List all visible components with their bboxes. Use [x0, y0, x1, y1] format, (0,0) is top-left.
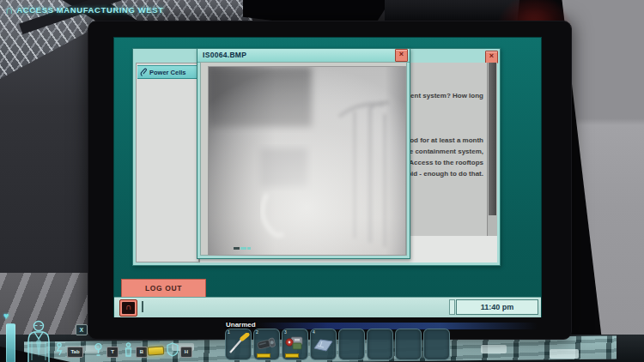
image-viewer-window[interactable]: IS0064.BMP ×	[197, 48, 410, 259]
logo-glyph: ∩	[122, 302, 135, 314]
weapon-status-label: Unarmed	[226, 321, 256, 329]
computer-screen[interactable]: × Power Cells tainment system? How long …	[113, 37, 542, 317]
faction-logo-icon: ∩	[5, 4, 13, 15]
email-text-line: good for at least a month	[401, 136, 483, 144]
heart-icon: ♥	[3, 311, 9, 321]
attachment-label: Power Cells	[149, 69, 186, 76]
inventory-bar: 1 2 3 4	[225, 329, 450, 360]
inventory-item-flashlight-icon	[255, 333, 278, 356]
image-window-title: IS0064.BMP	[203, 51, 246, 59]
app-logo-icon[interactable]: ∩	[119, 299, 137, 317]
inventory-slot-6[interactable]	[367, 329, 393, 360]
inventory-slot-1[interactable]: 1	[225, 329, 252, 360]
hotkey-body: B	[136, 347, 148, 358]
location-banner: ∩ ACCESS MANUFACTURING WEST	[5, 4, 164, 15]
taskbar: ∩ 11:40 pm	[114, 297, 541, 317]
inventory-item-toolkit-icon	[283, 333, 307, 356]
battery-item-highlight	[148, 346, 165, 355]
inventory-slot-5[interactable]	[338, 329, 365, 360]
inventory-slot-8[interactable]	[423, 329, 450, 360]
close-icon[interactable]: ×	[485, 51, 498, 63]
inventory-item-cloth-icon	[312, 333, 335, 356]
attachment-panel: Power Cells	[136, 63, 199, 262]
attached-photo	[208, 66, 406, 256]
image-scroll-handle[interactable]	[234, 238, 252, 253]
email-scrollbar[interactable]	[487, 63, 497, 236]
crouch-icon	[53, 342, 65, 357]
keyboard-key	[481, 345, 507, 353]
ammo-bar	[285, 353, 299, 358]
image-window-body	[200, 62, 407, 256]
logout-button[interactable]: LOG OUT	[121, 279, 206, 298]
hotkey-light: T	[106, 347, 118, 358]
status-badge: X	[76, 324, 88, 335]
scrollbar-thumb[interactable]	[489, 63, 496, 215]
text-cursor	[142, 301, 143, 312]
paperclip-icon	[140, 68, 148, 77]
email-text-line: the containment system,	[403, 148, 483, 155]
inventory-slot-4[interactable]: 4	[310, 329, 337, 360]
close-icon[interactable]: ×	[395, 49, 408, 62]
clock: 11:40 pm	[456, 299, 538, 315]
hotkey-tab: Tab	[67, 347, 83, 358]
flashlight-icon	[93, 342, 104, 357]
image-window-titlebar[interactable]: IS0064.BMP ×	[197, 49, 410, 63]
shield-hack-icon	[167, 342, 179, 357]
inventory-slot-3[interactable]: 3	[282, 329, 308, 360]
taskbar-divider	[449, 299, 455, 315]
inventory-slot-2[interactable]: 2	[253, 329, 280, 360]
ammo-bar	[257, 353, 270, 358]
inventory-item-screwdriver-icon	[227, 333, 250, 356]
biomod-body-icon	[123, 342, 134, 357]
location-label: ACCESS MANUFACTURING WEST	[16, 5, 163, 15]
health-bar	[6, 323, 15, 362]
player-body-figure	[21, 319, 57, 362]
inventory-slot-7[interactable]	[395, 329, 422, 360]
keyboard-key	[550, 349, 579, 359]
hotkey-hack: H	[180, 347, 192, 358]
attachment-power-cells[interactable]: Power Cells	[137, 65, 197, 79]
